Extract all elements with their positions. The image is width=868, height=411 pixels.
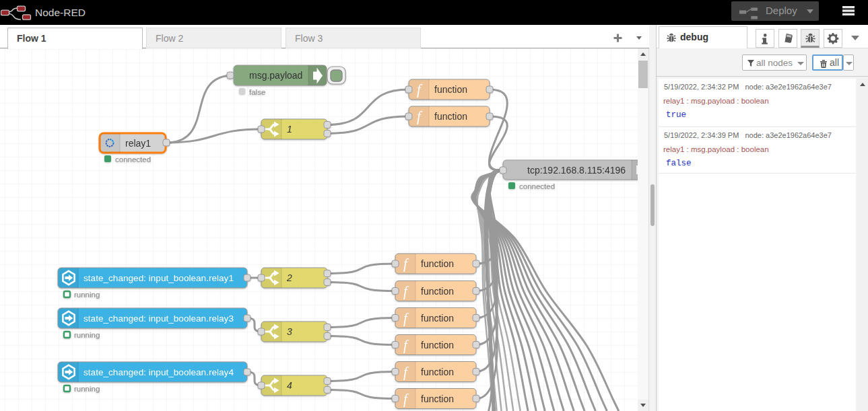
svg-text:function: function — [421, 394, 454, 404]
svg-text:running: running — [74, 291, 100, 299]
svg-text:function: function — [421, 313, 454, 324]
svg-text:tcp:192.168.8.115:4196: tcp:192.168.8.115:4196 — [527, 165, 626, 176]
svg-text:function: function — [421, 340, 454, 350]
svg-text:function: function — [434, 84, 467, 95]
svg-text:connected: connected — [519, 182, 555, 190]
svg-text:1: 1 — [287, 124, 292, 135]
svg-text:state_changed: input_boolean.r: state_changed: input_boolean.relay4 — [84, 367, 234, 377]
svg-text:function: function — [421, 367, 454, 377]
svg-text:running: running — [74, 385, 100, 393]
svg-text:false: false — [249, 88, 265, 96]
svg-text:3: 3 — [287, 326, 292, 337]
svg-text:function: function — [434, 111, 467, 122]
svg-text:state_changed: input_boolean.r: state_changed: input_boolean.relay1 — [84, 273, 234, 283]
svg-text:function: function — [421, 286, 454, 297]
svg-text:4: 4 — [287, 380, 292, 391]
svg-text:connected: connected — [115, 155, 151, 163]
svg-text:function: function — [421, 258, 454, 269]
svg-text:relay1: relay1 — [125, 138, 151, 149]
svg-text:2: 2 — [286, 272, 292, 283]
svg-text:state_changed: input_boolean.r: state_changed: input_boolean.relay3 — [84, 313, 234, 324]
svg-text:running: running — [74, 331, 100, 339]
svg-text:msg.payload: msg.payload — [249, 70, 302, 81]
